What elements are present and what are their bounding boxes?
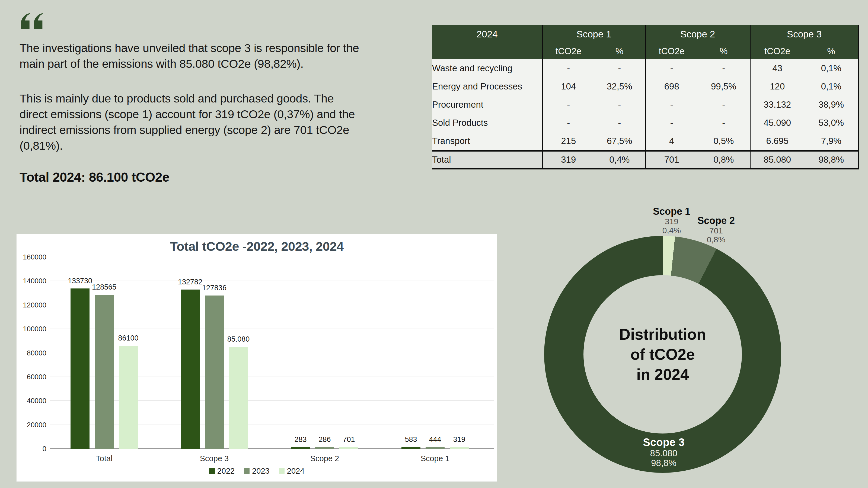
bar-2023-total	[95, 295, 114, 449]
bar-2022-scope-2	[291, 447, 310, 449]
row-value: -	[542, 95, 594, 113]
double-quote-icon	[20, 12, 45, 30]
y-axis-tick-label: 120000	[18, 301, 46, 308]
legend-swatch	[209, 468, 215, 474]
slice-value: 701	[675, 226, 757, 235]
quote-line: The investigations have unveiled that sc…	[20, 40, 359, 56]
row-value: 0,1%	[804, 59, 859, 77]
row-value: 43	[750, 59, 804, 77]
slice-name: Scope 3	[623, 436, 705, 448]
row-value: 98,8%	[804, 151, 859, 169]
donut-center-line: of tCO2e	[544, 344, 781, 364]
table-subheader-tco2e: tCO2e	[542, 43, 594, 59]
row-value: 104	[542, 77, 594, 95]
row-value: 120	[750, 77, 804, 95]
donut-label-scope2: Scope 2 701 0,8%	[675, 215, 757, 244]
table-subheader-pct: %	[594, 43, 645, 59]
row-value: 698	[645, 77, 698, 95]
legend-item-2022: 2022	[209, 466, 235, 476]
row-value: -	[645, 59, 698, 77]
bar-2022-scope-1	[401, 447, 421, 449]
row-value: 0,8%	[698, 151, 750, 169]
bar-2022-total	[70, 289, 90, 449]
row-label: Energy and Processes	[432, 77, 542, 95]
bar-value-label: 85.080	[214, 335, 263, 344]
bar-2024-total	[119, 346, 138, 449]
bar-2023-scope-3	[205, 295, 224, 449]
y-axis-tick-label: 140000	[18, 278, 46, 284]
table-year-header: 2024	[432, 25, 542, 43]
row-value: -	[594, 113, 645, 132]
row-value: -	[542, 113, 594, 132]
slice-percent: 98,8%	[623, 458, 705, 468]
row-value: -	[698, 59, 750, 77]
category-label: Scope 1	[405, 454, 465, 463]
row-value: 7,9%	[804, 132, 859, 151]
table-subheader-tco2e: tCO2e	[750, 43, 804, 59]
legend-item-2023: 2023	[244, 466, 270, 476]
quote-paragraph-2: This is mainly due to products sold and …	[20, 91, 355, 154]
legend-item-2024: 2024	[279, 466, 305, 476]
y-axis-tick-label: 40000	[18, 397, 46, 404]
bar-2024-scope-1	[450, 447, 469, 449]
gridline	[50, 305, 494, 305]
row-value: 319	[542, 151, 594, 169]
row-value: 0,4%	[594, 151, 645, 169]
row-value: -	[698, 95, 750, 113]
row-value: 0,5%	[698, 132, 750, 151]
donut-label-scope3: Scope 3 85.080 98,8%	[623, 436, 705, 468]
legend-label: 2022	[217, 466, 235, 476]
gridline	[50, 257, 494, 257]
bar-value-label: 127836	[190, 284, 239, 292]
row-value: 215	[542, 132, 594, 151]
bar-2024-scope-3	[229, 347, 248, 449]
row-value: 38,9%	[804, 95, 859, 113]
row-label: Transport	[432, 132, 542, 151]
table-subheader-pct: %	[698, 43, 750, 59]
row-value: 85.080	[750, 151, 804, 169]
donut-center-line: in 2024	[544, 364, 781, 384]
row-label: Total	[432, 151, 542, 169]
y-axis-tick-label: 20000	[18, 421, 46, 428]
quote-line: main part of the emissions with 85.080 t…	[20, 56, 359, 72]
quote-line: (0,81%).	[20, 138, 355, 154]
row-label: Procurement	[432, 95, 542, 113]
legend-label: 2023	[252, 466, 270, 476]
row-value: 32,5%	[594, 77, 645, 95]
bar-chart-title: Total tCO2e -2022, 2023, 2024	[17, 239, 497, 254]
table-subheader-pct: %	[804, 43, 859, 59]
bar-2024-scope-2	[339, 447, 358, 449]
bar-value-label: 86100	[104, 334, 153, 343]
gridline	[50, 353, 494, 353]
row-value: -	[645, 95, 698, 113]
y-axis-tick-label: 160000	[18, 254, 46, 261]
quote-line: This is mainly due to products sold and …	[20, 91, 355, 106]
row-value: -	[698, 113, 750, 132]
row-value: 701	[645, 151, 698, 169]
category-label: Total	[74, 454, 134, 463]
bar-value-label: 128565	[80, 283, 129, 291]
bar-value-label: 319	[435, 435, 484, 444]
table-header-scope1: Scope 1	[542, 25, 645, 43]
table-subheader-tco2e: tCO2e	[645, 43, 698, 59]
bar-chart-panel: Total tCO2e -2022, 2023, 2024 0200004000…	[16, 234, 497, 482]
table-row: Total3190,4%7010,8%85.08098,8%	[432, 151, 859, 169]
total-2024-line: Total 2024: 86.100 tCO2e	[20, 170, 169, 185]
donut-center-line: Distribution	[544, 324, 781, 344]
table-row: Sold Products----45.09053,0%	[432, 113, 859, 132]
quote-line: direct emissions (scope 1) account for 3…	[20, 106, 355, 122]
row-value: 45.090	[750, 113, 804, 132]
row-label: Waste and recycling	[432, 59, 542, 77]
y-axis-tick-label: 60000	[18, 373, 46, 380]
quote-paragraph-1: The investigations have unveiled that sc…	[20, 40, 359, 72]
quote-line: indirect emissions from supplied energy …	[20, 122, 355, 138]
gridline	[50, 281, 494, 281]
table-row: Transport21567,5%40,5%6.6957,9%	[432, 132, 859, 151]
gridline	[50, 377, 494, 377]
y-axis-tick-label: 0	[18, 445, 46, 452]
y-axis-tick-label: 100000	[18, 325, 46, 332]
slice-percent: 0,8%	[675, 235, 757, 244]
legend-swatch	[279, 468, 284, 474]
slice-name: Scope 2	[675, 215, 757, 226]
emissions-table: 2024 Scope 1 Scope 2 Scope 3 tCO2e % tCO…	[432, 25, 859, 169]
